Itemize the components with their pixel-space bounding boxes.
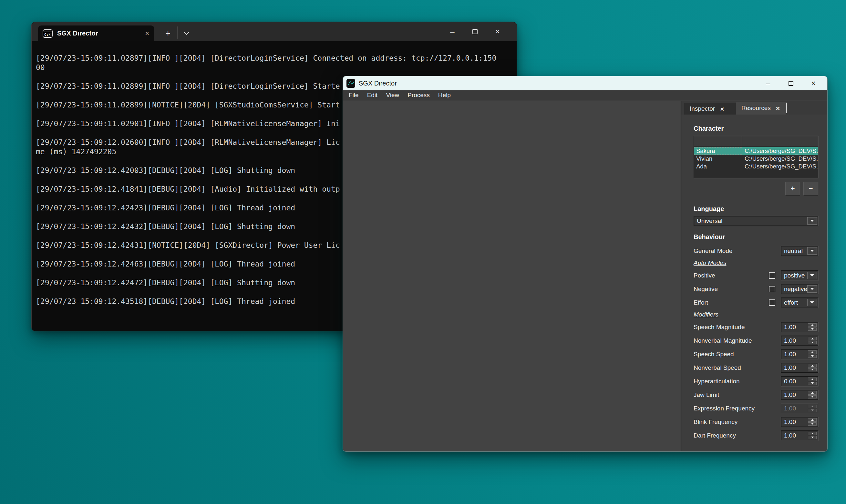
minimize-button[interactable]: – bbox=[757, 76, 779, 90]
dropdown-button[interactable] bbox=[807, 299, 817, 306]
maximize-button[interactable] bbox=[464, 22, 486, 41]
modifiers-heading: Modifiers bbox=[693, 311, 818, 319]
spin-up-icon[interactable] bbox=[808, 391, 817, 395]
menu-help[interactable]: Help bbox=[434, 90, 455, 100]
general-mode-select[interactable]: neutral bbox=[781, 246, 818, 256]
spin-value: 1.00 bbox=[784, 405, 796, 412]
nonverbal-speed-spinbox[interactable]: 1.00 bbox=[781, 363, 818, 373]
dart-frequency-row: Dart Frequency 1.00 bbox=[693, 430, 818, 440]
effort-checkbox[interactable] bbox=[769, 300, 775, 306]
positive-checkbox[interactable] bbox=[769, 272, 775, 279]
close-icon[interactable]: × bbox=[776, 105, 780, 112]
character-name: Sakura bbox=[694, 147, 742, 155]
blink-frequency-row: Blink Frequency 1.00 bbox=[693, 417, 818, 427]
spin-up-icon[interactable] bbox=[808, 432, 817, 435]
minimize-icon: – bbox=[450, 27, 454, 36]
terminal-tab[interactable]: C:\ SGX Director × bbox=[38, 25, 154, 41]
spin-down-icon[interactable] bbox=[808, 341, 817, 345]
negative-checkbox[interactable] bbox=[769, 286, 775, 292]
menu-edit[interactable]: Edit bbox=[363, 90, 382, 100]
spin-down-icon[interactable] bbox=[808, 422, 817, 426]
speech-speed-spinbox[interactable]: 1.00 bbox=[781, 349, 818, 359]
minimize-button[interactable]: – bbox=[441, 22, 464, 41]
close-icon: × bbox=[495, 27, 500, 36]
dropdown-button[interactable] bbox=[807, 285, 817, 293]
new-tab-button[interactable]: + bbox=[161, 26, 175, 41]
jaw-limit-spinbox[interactable]: 1.00 bbox=[781, 390, 818, 400]
add-character-button[interactable]: + bbox=[785, 182, 800, 196]
blink-frequency-spinbox[interactable]: 1.00 bbox=[781, 417, 818, 427]
dropdown-button[interactable] bbox=[807, 247, 817, 255]
hyperarticulation-spinbox[interactable]: 0.00 bbox=[781, 376, 818, 386]
close-icon[interactable]: × bbox=[720, 106, 724, 112]
close-button[interactable]: × bbox=[802, 76, 825, 90]
spin-down-icon[interactable] bbox=[808, 327, 817, 331]
dropdown-button[interactable] bbox=[807, 272, 817, 279]
spin-value: 1.00 bbox=[784, 364, 796, 372]
table-row-ada[interactable]: Ada C:/Users/berge/SG_DEV/S... bbox=[694, 163, 818, 170]
spin-down-icon bbox=[808, 409, 817, 412]
table-row-vivian[interactable]: Vivian C:/Users/berge/SG_DEV/S... bbox=[694, 155, 818, 163]
speech-magnitude-spinbox[interactable]: 1.00 bbox=[781, 322, 818, 332]
menu-view[interactable]: View bbox=[382, 90, 403, 100]
header-cell-path[interactable] bbox=[742, 136, 818, 146]
nonverbal-speed-label: Nonverbal Speed bbox=[693, 364, 781, 372]
dropdown-button[interactable] bbox=[807, 217, 817, 224]
tabstrip-separator bbox=[786, 103, 787, 113]
effort-label: Effort bbox=[693, 299, 769, 306]
character-path: C:/Users/berge/SG_DEV/S... bbox=[742, 163, 818, 170]
spin-up-icon[interactable] bbox=[808, 364, 817, 367]
positive-row: Positive positive bbox=[693, 270, 818, 281]
language-value: Universal bbox=[697, 217, 722, 224]
language-select[interactable]: Universal bbox=[693, 216, 818, 226]
spin-up-icon bbox=[808, 404, 817, 408]
spin-up-icon[interactable] bbox=[808, 323, 817, 327]
expression-frequency-spinbox: 1.00 bbox=[781, 403, 818, 413]
effort-row: Effort effort bbox=[693, 298, 818, 307]
positive-select[interactable]: positive bbox=[781, 270, 818, 281]
positive-value: positive bbox=[784, 272, 805, 279]
character-name: Ada bbox=[694, 163, 742, 170]
app-titlebar[interactable]: SGX Director – × bbox=[343, 76, 827, 90]
behaviour-heading: Behaviour bbox=[693, 233, 818, 241]
spin-down-icon[interactable] bbox=[808, 436, 817, 439]
chevron-down-icon bbox=[810, 220, 814, 222]
negative-row: Negative negative bbox=[693, 284, 818, 294]
spin-up-icon[interactable] bbox=[808, 378, 817, 381]
chevron-down-icon bbox=[810, 288, 814, 290]
nonverbal-magnitude-spinbox[interactable]: 1.00 bbox=[781, 336, 818, 346]
positive-label: Positive bbox=[693, 272, 769, 279]
spin-down-icon[interactable] bbox=[808, 382, 817, 385]
spin-down-icon[interactable] bbox=[808, 355, 817, 358]
app-title: SGX Director bbox=[359, 80, 397, 87]
tab-dropdown-button[interactable] bbox=[179, 26, 193, 41]
terminal-titlebar[interactable]: C:\ SGX Director × + – × bbox=[32, 22, 517, 41]
table-row-sakura[interactable]: Sakura C:/Users/berge/SG_DEV/S... bbox=[694, 147, 818, 155]
general-mode-label: General Mode bbox=[693, 248, 781, 255]
close-icon[interactable]: × bbox=[145, 30, 149, 37]
spin-up-icon[interactable] bbox=[808, 418, 817, 422]
spin-up-icon[interactable] bbox=[808, 350, 817, 354]
menu-file[interactable]: File bbox=[345, 90, 363, 100]
negative-select[interactable]: negative bbox=[781, 284, 818, 294]
menu-process[interactable]: Process bbox=[403, 90, 434, 100]
tabbar-divider bbox=[177, 26, 178, 39]
header-cell-name[interactable] bbox=[694, 136, 742, 146]
effort-select[interactable]: effort bbox=[781, 298, 818, 307]
character-path: C:/Users/berge/SG_DEV/S... bbox=[742, 147, 818, 155]
spin-down-icon[interactable] bbox=[808, 368, 817, 372]
sgx-director-window: SGX Director – × File Edit View Process … bbox=[342, 76, 828, 452]
dart-frequency-spinbox[interactable]: 1.00 bbox=[781, 430, 818, 440]
tab-resources[interactable]: Resources × bbox=[736, 102, 786, 114]
remove-character-button[interactable]: − bbox=[804, 182, 818, 196]
spin-up-icon[interactable] bbox=[808, 337, 817, 340]
spin-value: 1.00 bbox=[784, 351, 796, 358]
spin-down-icon[interactable] bbox=[808, 395, 817, 399]
maximize-icon bbox=[472, 29, 478, 34]
language-heading: Language bbox=[693, 205, 818, 213]
maximize-button[interactable] bbox=[779, 76, 802, 90]
close-button[interactable]: × bbox=[486, 22, 509, 41]
scene-viewport[interactable] bbox=[343, 101, 681, 451]
negative-value: negative bbox=[784, 286, 807, 293]
tab-inspector[interactable]: Inspector × bbox=[684, 103, 736, 114]
